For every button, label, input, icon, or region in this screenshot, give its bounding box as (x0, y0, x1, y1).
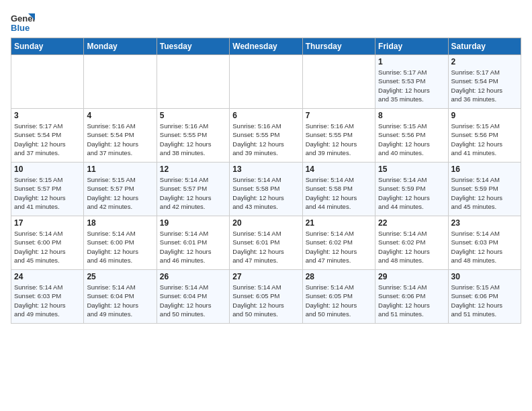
calendar-day-cell: 6Sunrise: 5:16 AM Sunset: 5:55 PM Daylig… (230, 109, 302, 163)
day-info: Sunrise: 5:14 AM Sunset: 5:57 PM Dayligh… (160, 175, 226, 211)
day-number: 4 (87, 111, 153, 120)
calendar-day-cell: 25Sunrise: 5:14 AM Sunset: 6:04 PM Dayli… (84, 270, 157, 324)
svg-text:Blue: Blue (11, 23, 30, 33)
day-number: 8 (378, 111, 445, 120)
day-info: Sunrise: 5:14 AM Sunset: 5:59 PM Dayligh… (378, 175, 445, 211)
calendar-day-cell: 22Sunrise: 5:14 AM Sunset: 6:02 PM Dayli… (375, 216, 448, 270)
day-info: Sunrise: 5:14 AM Sunset: 6:05 PM Dayligh… (232, 283, 299, 318)
calendar-day-cell: 26Sunrise: 5:14 AM Sunset: 6:04 PM Dayli… (157, 270, 229, 324)
day-info: Sunrise: 5:16 AM Sunset: 5:55 PM Dayligh… (160, 122, 226, 157)
day-number: 18 (87, 218, 153, 228)
day-info: Sunrise: 5:14 AM Sunset: 6:06 PM Dayligh… (378, 283, 445, 318)
calendar-day-cell: 7Sunrise: 5:16 AM Sunset: 5:55 PM Daylig… (302, 109, 375, 163)
day-number: 22 (378, 218, 445, 228)
day-number: 29 (378, 272, 445, 281)
day-number: 13 (232, 165, 299, 174)
page-header: General Blue (11, 11, 521, 35)
day-info: Sunrise: 5:14 AM Sunset: 5:58 PM Dayligh… (306, 175, 372, 211)
calendar-day-cell: 14Sunrise: 5:14 AM Sunset: 5:58 PM Dayli… (302, 163, 375, 216)
day-number: 27 (232, 272, 299, 281)
day-info: Sunrise: 5:17 AM Sunset: 5:54 PM Dayligh… (451, 68, 518, 103)
day-of-week-header: Saturday (448, 38, 521, 55)
calendar-day-cell: 2Sunrise: 5:17 AM Sunset: 5:54 PM Daylig… (448, 55, 521, 109)
calendar-day-cell: 1Sunrise: 5:17 AM Sunset: 5:53 PM Daylig… (375, 55, 448, 109)
day-number: 5 (160, 111, 226, 120)
calendar-day-cell (84, 55, 157, 109)
calendar-header-row: SundayMondayTuesdayWednesdayThursdayFrid… (11, 38, 521, 55)
day-number: 17 (14, 218, 81, 228)
calendar-week-row: 10Sunrise: 5:15 AM Sunset: 5:57 PM Dayli… (11, 163, 521, 216)
calendar-day-cell: 12Sunrise: 5:14 AM Sunset: 5:57 PM Dayli… (157, 163, 229, 216)
day-of-week-header: Friday (375, 38, 448, 55)
day-info: Sunrise: 5:16 AM Sunset: 5:55 PM Dayligh… (232, 122, 299, 157)
day-of-week-header: Tuesday (157, 38, 229, 55)
day-info: Sunrise: 5:15 AM Sunset: 5:56 PM Dayligh… (451, 122, 518, 157)
day-number: 6 (232, 111, 299, 120)
day-info: Sunrise: 5:14 AM Sunset: 6:02 PM Dayligh… (306, 229, 372, 265)
day-info: Sunrise: 5:14 AM Sunset: 6:03 PM Dayligh… (14, 283, 81, 318)
calendar-day-cell (11, 55, 84, 109)
day-info: Sunrise: 5:16 AM Sunset: 5:55 PM Dayligh… (306, 122, 372, 157)
day-number: 26 (160, 272, 226, 281)
calendar-day-cell: 19Sunrise: 5:14 AM Sunset: 6:01 PM Dayli… (157, 216, 229, 270)
day-number: 16 (451, 165, 518, 174)
calendar-day-cell: 17Sunrise: 5:14 AM Sunset: 6:00 PM Dayli… (11, 216, 84, 270)
day-info: Sunrise: 5:17 AM Sunset: 5:54 PM Dayligh… (14, 122, 81, 157)
logo: General Blue (11, 11, 35, 35)
calendar-day-cell: 23Sunrise: 5:14 AM Sunset: 6:03 PM Dayli… (448, 216, 521, 270)
calendar-day-cell: 30Sunrise: 5:15 AM Sunset: 6:06 PM Dayli… (448, 270, 521, 324)
calendar-day-cell (157, 55, 229, 109)
calendar-day-cell (230, 55, 302, 109)
day-info: Sunrise: 5:14 AM Sunset: 6:00 PM Dayligh… (87, 229, 153, 265)
day-number: 25 (87, 272, 153, 281)
day-number: 3 (14, 111, 81, 120)
day-info: Sunrise: 5:14 AM Sunset: 6:03 PM Dayligh… (451, 229, 518, 265)
day-of-week-header: Sunday (11, 38, 84, 55)
calendar-day-cell: 21Sunrise: 5:14 AM Sunset: 6:02 PM Dayli… (302, 216, 375, 270)
calendar-day-cell: 8Sunrise: 5:15 AM Sunset: 5:56 PM Daylig… (375, 109, 448, 163)
day-number: 21 (306, 218, 372, 228)
day-number: 24 (14, 272, 81, 281)
day-number: 1 (378, 57, 445, 66)
calendar-week-row: 1Sunrise: 5:17 AM Sunset: 5:53 PM Daylig… (11, 55, 521, 109)
calendar-table: SundayMondayTuesdayWednesdayThursdayFrid… (11, 38, 521, 324)
day-info: Sunrise: 5:14 AM Sunset: 6:01 PM Dayligh… (232, 229, 299, 265)
day-info: Sunrise: 5:14 AM Sunset: 6:05 PM Dayligh… (306, 283, 372, 318)
day-number: 9 (451, 111, 518, 120)
day-number: 30 (451, 272, 518, 281)
day-of-week-header: Monday (84, 38, 157, 55)
calendar-day-cell: 16Sunrise: 5:14 AM Sunset: 5:59 PM Dayli… (448, 163, 521, 216)
calendar-day-cell: 20Sunrise: 5:14 AM Sunset: 6:01 PM Dayli… (230, 216, 302, 270)
day-info: Sunrise: 5:15 AM Sunset: 5:57 PM Dayligh… (87, 175, 153, 211)
calendar-day-cell: 10Sunrise: 5:15 AM Sunset: 5:57 PM Dayli… (11, 163, 84, 216)
calendar-day-cell: 28Sunrise: 5:14 AM Sunset: 6:05 PM Dayli… (302, 270, 375, 324)
day-info: Sunrise: 5:15 AM Sunset: 6:06 PM Dayligh… (451, 283, 518, 318)
calendar-day-cell: 4Sunrise: 5:16 AM Sunset: 5:54 PM Daylig… (84, 109, 157, 163)
calendar-body: 1Sunrise: 5:17 AM Sunset: 5:53 PM Daylig… (11, 55, 521, 324)
calendar-day-cell: 11Sunrise: 5:15 AM Sunset: 5:57 PM Dayli… (84, 163, 157, 216)
day-info: Sunrise: 5:14 AM Sunset: 6:01 PM Dayligh… (160, 229, 226, 265)
calendar-day-cell: 29Sunrise: 5:14 AM Sunset: 6:06 PM Dayli… (375, 270, 448, 324)
day-number: 12 (160, 165, 226, 174)
calendar-day-cell: 9Sunrise: 5:15 AM Sunset: 5:56 PM Daylig… (448, 109, 521, 163)
calendar-day-cell: 24Sunrise: 5:14 AM Sunset: 6:03 PM Dayli… (11, 270, 84, 324)
logo-icon: General Blue (11, 11, 35, 35)
day-number: 20 (232, 218, 299, 228)
day-number: 7 (306, 111, 372, 120)
calendar-day-cell: 5Sunrise: 5:16 AM Sunset: 5:55 PM Daylig… (157, 109, 229, 163)
day-info: Sunrise: 5:14 AM Sunset: 5:58 PM Dayligh… (232, 175, 299, 211)
calendar-week-row: 17Sunrise: 5:14 AM Sunset: 6:00 PM Dayli… (11, 216, 521, 270)
day-info: Sunrise: 5:15 AM Sunset: 5:57 PM Dayligh… (14, 175, 81, 211)
calendar-day-cell: 18Sunrise: 5:14 AM Sunset: 6:00 PM Dayli… (84, 216, 157, 270)
calendar-day-cell: 3Sunrise: 5:17 AM Sunset: 5:54 PM Daylig… (11, 109, 84, 163)
day-info: Sunrise: 5:16 AM Sunset: 5:54 PM Dayligh… (87, 122, 153, 157)
calendar-day-cell: 13Sunrise: 5:14 AM Sunset: 5:58 PM Dayli… (230, 163, 302, 216)
day-number: 19 (160, 218, 226, 228)
day-number: 15 (378, 165, 445, 174)
calendar-day-cell (302, 55, 375, 109)
day-of-week-header: Wednesday (230, 38, 302, 55)
calendar-week-row: 24Sunrise: 5:14 AM Sunset: 6:03 PM Dayli… (11, 270, 521, 324)
calendar-week-row: 3Sunrise: 5:17 AM Sunset: 5:54 PM Daylig… (11, 109, 521, 163)
day-info: Sunrise: 5:14 AM Sunset: 6:04 PM Dayligh… (160, 283, 226, 318)
day-number: 10 (14, 165, 81, 174)
